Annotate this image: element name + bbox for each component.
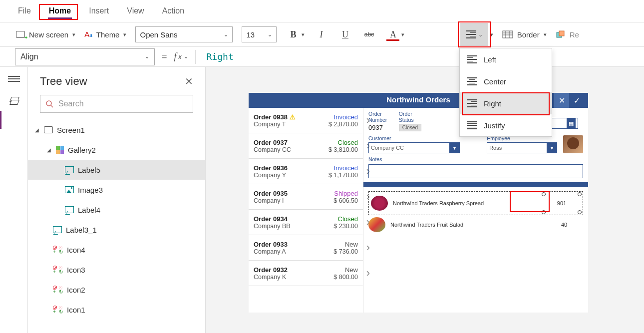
close-icon[interactable]: ✕ — [185, 75, 193, 87]
align-menu: Left Center Right Justify — [459, 48, 552, 137]
tree-label: Label5 — [78, 166, 100, 174]
align-justify-icon — [467, 121, 477, 129]
font-select[interactable]: Open Sans ⌄ — [135, 26, 233, 42]
align-center-icon — [467, 77, 477, 85]
theme-button[interactable]: Aa Theme ▾ — [84, 30, 126, 39]
customer-select[interactable]: Company CC▾ — [368, 142, 460, 153]
font-size-select[interactable]: 13 ⌄ — [242, 26, 277, 42]
tree-label: Label3_1 — [66, 226, 97, 234]
new-screen-button[interactable]: New screen ▾ — [16, 30, 75, 39]
label-notes: Notes — [368, 156, 583, 162]
tree-label: Label4 — [78, 206, 100, 214]
svg-line-9 — [51, 105, 53, 107]
chevron-down-icon: ⌄ — [145, 53, 149, 60]
tree-label: Image3 — [78, 186, 103, 194]
tab-file[interactable]: File — [16, 0, 33, 22]
align-justify[interactable]: Justify — [460, 114, 552, 136]
search-input[interactable]: Search — [40, 95, 193, 113]
align-center[interactable]: Center — [460, 70, 552, 92]
fx-button[interactable]: fx ⌄ — [174, 51, 188, 62]
label-customer: Customer — [368, 135, 460, 141]
tree-row-label3-1[interactable]: Label3_1 — [28, 220, 205, 240]
reorder-icon — [556, 30, 566, 38]
chevron-down-icon: ▾ — [544, 31, 547, 38]
tab-insert[interactable]: Insert — [87, 0, 111, 22]
align-left[interactable]: Left — [460, 48, 552, 70]
chevron-down-icon: ▾ — [123, 31, 126, 38]
tab-view[interactable]: View — [125, 0, 146, 22]
order-row[interactable]: Order 0936InvoicedCompany Y$ 1,170.00› — [249, 159, 363, 184]
chevron-down-icon: ⌄ — [268, 31, 272, 38]
highlight-home — [39, 4, 78, 20]
chevron-down-icon: ▾ — [401, 31, 404, 38]
avatar — [563, 135, 583, 153]
tree-row-icon4[interactable]: ♡+↻Icon4 — [28, 240, 205, 260]
canvas: Northwind Orders ✕ ✓ Order 0938 ⚠Invoice… — [206, 67, 644, 333]
border-label: Border — [517, 30, 540, 39]
theme-icon: Aa — [84, 30, 92, 39]
ribbon-tabs: File Home Insert View Action — [0, 0, 644, 22]
order-list[interactable]: Order 0938 ⚠InvoicedCompany T$ 2,870.00›… — [249, 108, 363, 313]
tree-row-label5[interactable]: Label5 — [28, 160, 205, 180]
strikethrough-button[interactable]: abc — [361, 27, 376, 42]
tree-list[interactable]: ◢Screen1 ◢Gallery2 Label5 Image3 Label4 … — [28, 120, 205, 333]
value-order-status: Closed — [399, 124, 421, 131]
ribbon-toolbar: New screen ▾ Aa Theme ▾ Open Sans ⌄ 13 ⌄… — [0, 22, 644, 47]
bold-button[interactable]: B▾ — [286, 27, 305, 42]
detail-separator — [363, 182, 588, 187]
equals-label: = — [162, 51, 167, 62]
align-icon — [466, 30, 476, 38]
product-row[interactable]: Northwind Traders Fruit Salad40 — [368, 215, 583, 234]
tree-label: Icon1 — [67, 306, 85, 314]
highlight-align-button: ⌄ — [458, 21, 491, 47]
align-button[interactable]: ⌄ — [460, 23, 488, 46]
chevron-down-icon: ▾ — [72, 31, 75, 38]
tree-row-gallery2[interactable]: ◢Gallery2 — [28, 140, 205, 160]
chevron-down-icon: ▾ — [302, 31, 305, 38]
employee-value: Ross — [489, 145, 502, 151]
tree-row-image3[interactable]: Image3 — [28, 180, 205, 200]
tree-panel: Tree view ✕ Search ◢Screen1 ◢Gallery2 La… — [28, 67, 206, 333]
tree-row-icon3[interactable]: ♡+↻Icon3 — [28, 260, 205, 280]
product-image — [371, 196, 388, 211]
align-center-label: Center — [484, 77, 506, 86]
order-row[interactable]: Order 0933NewCompany A$ 736.00› — [249, 235, 363, 261]
font-value: Open Sans — [140, 30, 177, 39]
tab-action[interactable]: Action — [160, 0, 186, 22]
order-row[interactable]: Order 0937ClosedCompany CC$ 3,810.00› — [249, 133, 363, 159]
property-select[interactable]: Align ⌄ — [15, 48, 155, 65]
tree-row-screen1[interactable]: ◢Screen1 — [28, 120, 205, 140]
calendar-icon: ▦ — [567, 118, 576, 128]
tree-row-icon1[interactable]: ♡+↻Icon1 — [28, 300, 205, 320]
tree-label: Icon3 — [67, 266, 85, 274]
order-row[interactable]: Order 0934ClosedCompany BB$ 230.00› — [249, 210, 363, 235]
svg-rect-1 — [503, 31, 513, 38]
new-screen-label: New screen — [29, 30, 68, 39]
svg-rect-7 — [559, 31, 564, 36]
underline-button[interactable]: U — [337, 27, 352, 42]
rail-active-indicator — [0, 111, 1, 129]
order-row[interactable]: Order 0932NewCompany K$ 800.00› — [249, 261, 363, 286]
tree-title: Tree view — [40, 75, 87, 88]
order-row[interactable]: Order 0935ShippedCompany I$ 606.50› — [249, 184, 363, 210]
formula-input[interactable]: Right — [203, 51, 234, 62]
tree-view-button[interactable] — [9, 97, 19, 106]
border-button[interactable]: Border ▾ — [502, 30, 547, 39]
tree-row-label4[interactable]: Label4 — [28, 200, 205, 220]
italic-button[interactable]: I — [314, 27, 328, 42]
notes-input[interactable] — [368, 164, 583, 178]
font-color-button[interactable]: A ▾ — [385, 27, 404, 42]
product-image — [368, 217, 385, 232]
label-order-number: Order Number — [368, 111, 393, 123]
svg-point-8 — [46, 101, 51, 106]
tree-row-icon2[interactable]: ♡+↻Icon2 — [28, 280, 205, 300]
tree-label: Icon4 — [67, 246, 85, 254]
order-row[interactable]: Order 0938 ⚠InvoicedCompany T$ 2,870.00› — [249, 108, 363, 133]
hamburger-button[interactable] — [8, 76, 20, 85]
tree-label: Screen1 — [57, 126, 85, 134]
value-order-number: 0937 — [368, 124, 393, 131]
employee-select[interactable]: Ross▾ — [487, 142, 557, 153]
reorder-button[interactable]: Re — [556, 30, 579, 39]
highlight-qty — [510, 191, 550, 212]
product-row[interactable]: Northwind Traders Raspberry Spread901 — [368, 191, 583, 215]
